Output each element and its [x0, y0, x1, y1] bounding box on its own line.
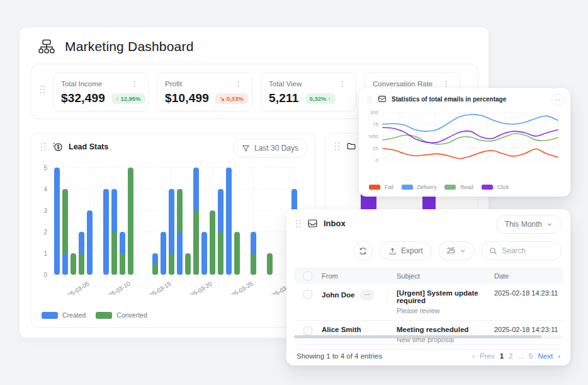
email-stats-title: Statistics of total emails in percentage: [392, 96, 506, 103]
kebab-menu-icon[interactable]: ⋮: [441, 79, 452, 88]
drag-handle[interactable]: [367, 95, 372, 102]
inbox-widget: Inbox This Month Export: [286, 209, 570, 365]
prev-arrow[interactable]: ‹: [472, 352, 475, 360]
legend-label: Read: [460, 184, 473, 190]
svg-text:75: 75: [373, 122, 378, 127]
svg-text:25: 25: [373, 146, 378, 151]
stat-label: Conversation Rate: [373, 80, 433, 88]
prev-button[interactable]: Prev: [480, 352, 495, 360]
horizontal-scrollbar[interactable]: [294, 335, 563, 338]
kebab-menu-icon[interactable]: ⋮: [233, 79, 244, 88]
more-menu-button[interactable]: ⋯: [551, 93, 564, 106]
row-menu-button[interactable]: ⋯: [360, 289, 374, 301]
scrollbar-thumb[interactable]: [294, 335, 541, 338]
kebab-menu-icon[interactable]: ⋮: [337, 79, 348, 88]
search-field[interactable]: [481, 241, 562, 260]
email-date: 2025-02-18 14:23:11: [494, 326, 563, 333]
next-arrow[interactable]: ›: [558, 352, 560, 360]
entries-summary: Showing 1 to 4 of 4 entries: [297, 352, 382, 360]
select-all-checkbox[interactable]: [303, 272, 312, 280]
email-legend: Fail Delivery Read Click: [369, 184, 509, 190]
lead-stats-chart: 0123452025-03-052025-03-102025-03-152025…: [35, 161, 312, 295]
kebab-menu-icon[interactable]: ⋮: [129, 79, 140, 88]
filter-button[interactable]: Last 30 Days: [233, 139, 307, 158]
page-size-dropdown[interactable]: 25: [438, 241, 475, 260]
inbox-icon: [307, 218, 318, 229]
export-button[interactable]: Export: [380, 241, 432, 260]
svg-text:100: 100: [370, 110, 379, 115]
email-date: 2025-02-18 14:23:11: [494, 289, 563, 297]
column-header-subject: Subject: [397, 272, 494, 280]
page-5[interactable]: 5: [529, 352, 533, 360]
inbox-title: Inbox: [324, 219, 346, 228]
lead-stats-widget: Lead Stats Last 30 Days 0123452025-03-05…: [31, 133, 315, 328]
filter-label: Last 30 Days: [254, 144, 298, 152]
legend-item-read: Read: [444, 184, 473, 190]
period-label: This Month: [505, 220, 542, 229]
stat-label: Total View: [269, 80, 302, 88]
drag-handle[interactable]: [334, 142, 341, 151]
svg-text:2025-03-15: 2025-03-15: [143, 280, 172, 295]
inbox-footer: Showing 1 to 4 of 4 entries ‹ Prev 1 2 .…: [297, 344, 560, 360]
legend-label: Delivery: [417, 184, 437, 190]
dashboard-header: Marketing Dashboard: [37, 37, 194, 56]
page-ellipsis: ...: [518, 352, 524, 360]
svg-text:0: 0: [43, 272, 47, 279]
drag-handle[interactable]: [40, 85, 46, 94]
svg-text:50: 50: [373, 134, 378, 139]
chevron-down-icon: [460, 248, 466, 254]
created-swatch: [42, 312, 58, 319]
legend-item-fail: Fail: [369, 184, 393, 190]
legend-label: Click: [497, 184, 509, 190]
legend-item-converted: Converted: [96, 311, 147, 319]
delivery-swatch: [402, 185, 413, 190]
funnel-icon: [242, 144, 250, 152]
period-dropdown[interactable]: This Month: [496, 215, 562, 234]
inbox-toolbar: Export 25: [353, 241, 562, 261]
svg-text:3: 3: [43, 207, 47, 214]
stat-value: $10,499: [165, 91, 209, 105]
legend-label: Converted: [116, 311, 147, 319]
email-subject: [Urgent] System update required: [397, 289, 494, 304]
email-stats-widget: Statistics of total emails in percentage…: [359, 88, 570, 197]
page-title: Marketing Dashboard: [65, 39, 194, 54]
page-1[interactable]: 1: [500, 352, 504, 360]
search-input[interactable]: [502, 246, 553, 255]
legend-label: Created: [62, 311, 86, 319]
lead-stats-icon: [52, 141, 63, 152]
svg-text:2: 2: [43, 229, 47, 236]
row-checkbox[interactable]: [303, 290, 312, 299]
svg-text:5: 5: [43, 164, 47, 171]
legend-item-click: Click: [482, 184, 509, 190]
page-size-value: 25: [447, 246, 455, 255]
read-swatch: [444, 185, 456, 190]
envelope-icon: [378, 95, 387, 103]
drag-handle[interactable]: [295, 219, 302, 228]
sitemap-icon: [37, 37, 56, 56]
table-row[interactable]: John Doe ⋯ [Urgent] System update requir…: [294, 284, 563, 321]
stat-label: Profit: [165, 80, 182, 88]
drag-handle[interactable]: [40, 142, 47, 151]
sender-name: John Doe: [322, 291, 354, 299]
fail-swatch: [369, 185, 380, 190]
stat-value: $32,499: [61, 91, 105, 105]
search-icon: [489, 247, 497, 255]
svg-text:0: 0: [376, 158, 379, 163]
pagination: ‹ Prev 1 2 ... 5 Next ›: [472, 352, 560, 360]
column-header-from: From: [322, 272, 397, 280]
chevron-down-icon: [546, 221, 553, 227]
legend-item-delivery: Delivery: [402, 184, 437, 190]
legend-label: Fail: [385, 184, 393, 190]
svg-text:1: 1: [43, 250, 47, 257]
trend-badge: 0,32% ↑: [305, 93, 336, 104]
stat-label: Total Income: [61, 80, 102, 88]
stat-card-total-income: Total Income ⋮ $32,499 ↑ 12,95%: [53, 72, 149, 112]
refresh-button[interactable]: [353, 241, 373, 261]
legend-item-created: Created: [42, 311, 86, 319]
svg-text:2025-03-25: 2025-03-25: [225, 280, 254, 295]
stat-card-total-view: Total View ⋮ 5,211 0,32% ↑: [261, 72, 356, 112]
row-checkbox[interactable]: [303, 326, 312, 335]
next-button[interactable]: Next: [538, 352, 553, 360]
converted-swatch: [96, 312, 112, 319]
page-2[interactable]: 2: [509, 352, 512, 360]
